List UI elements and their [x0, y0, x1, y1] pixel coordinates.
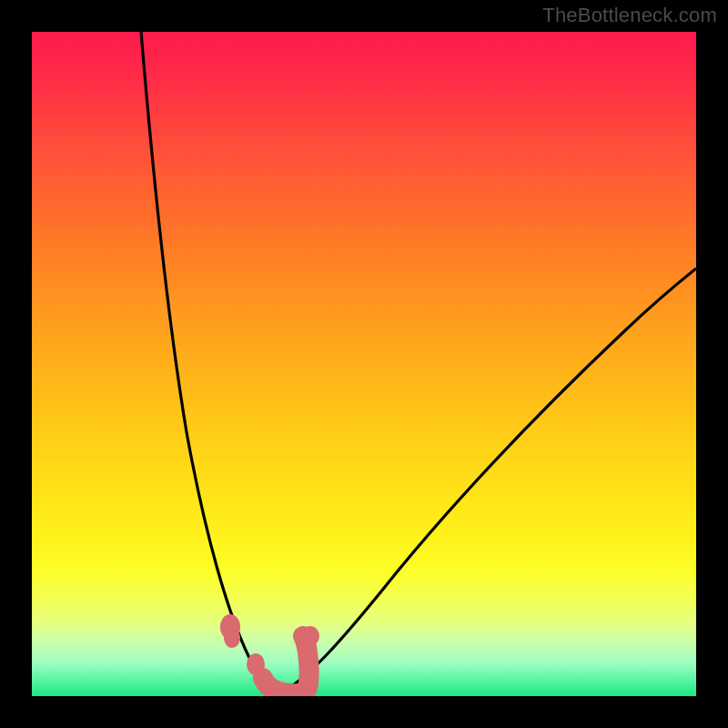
plot-area: [32, 32, 696, 696]
svg-point-1: [224, 628, 240, 648]
chart-frame: TheBottleneck.com: [0, 0, 728, 728]
svg-point-3: [301, 626, 319, 646]
left-curve: [141, 32, 278, 694]
watermark-text: TheBottleneck.com: [542, 4, 717, 27]
right-curve: [278, 268, 696, 694]
bottom-marker-cluster: [220, 614, 319, 693]
chart-svg: [32, 32, 696, 696]
